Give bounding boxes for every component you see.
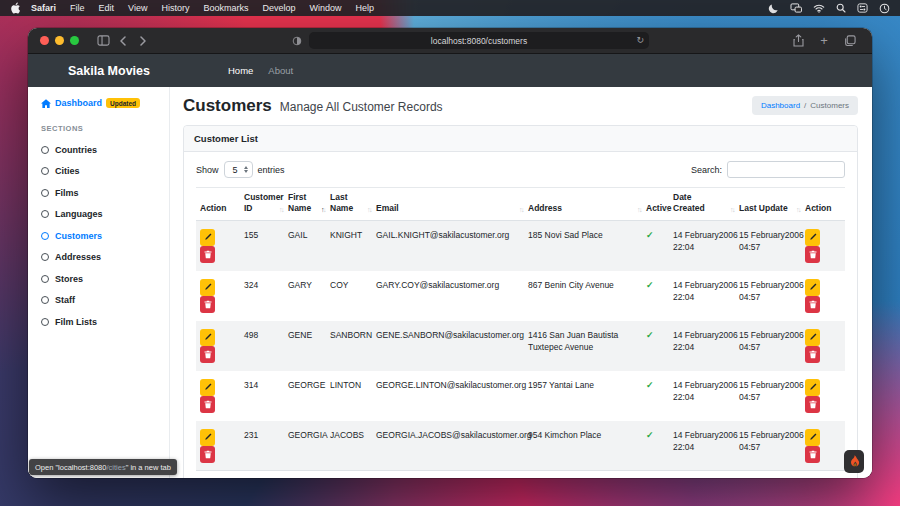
- column-header-date-created[interactable]: Date Created↑↓: [669, 188, 735, 221]
- new-tab-icon[interactable]: +: [814, 32, 834, 50]
- sort-icon: ↑↓: [730, 205, 734, 214]
- apple-logo-icon[interactable]: [10, 2, 20, 14]
- tab-overview-icon[interactable]: [840, 32, 860, 50]
- sections-heading: SECTIONS: [41, 124, 163, 133]
- first-name-cell: GEORGIA: [284, 421, 326, 471]
- close-window-button[interactable]: [40, 36, 49, 45]
- sidebar: Dashboard Updated SECTIONS CountriesCiti…: [28, 87, 170, 478]
- edit-button[interactable]: [200, 429, 215, 446]
- menu-develop[interactable]: Develop: [255, 3, 302, 13]
- minimize-window-button[interactable]: [55, 36, 64, 45]
- wifi-icon[interactable]: [813, 4, 825, 13]
- menu-help[interactable]: Help: [348, 3, 381, 13]
- last-name-cell: SANBORN: [326, 321, 372, 371]
- site-navbar: Sakila Movies HomeAbout: [28, 54, 872, 87]
- active-check-icon: ✓: [646, 230, 654, 240]
- column-header-active[interactable]: Active↑↓: [642, 188, 669, 221]
- column-header-first-name[interactable]: First Name↑↓: [284, 188, 326, 221]
- created-time: 22:04: [673, 291, 731, 303]
- edit-button[interactable]: [805, 229, 820, 246]
- forward-button[interactable]: [133, 32, 153, 50]
- sidebar-item-staff[interactable]: Staff: [41, 295, 163, 305]
- page-size-select[interactable]: 5: [224, 161, 253, 178]
- edit-button[interactable]: [805, 329, 820, 346]
- edit-button[interactable]: [200, 379, 215, 396]
- sort-down-arrow: ↓: [323, 206, 325, 213]
- sidebar-item-stores[interactable]: Stores: [41, 274, 163, 284]
- delete-button[interactable]: [805, 446, 820, 463]
- back-button[interactable]: [113, 32, 133, 50]
- reload-icon[interactable]: ↻: [636, 36, 644, 45]
- sidebar-item-cities[interactable]: Cities: [41, 166, 163, 176]
- codeigniter-flame-badge[interactable]: [844, 450, 864, 473]
- menu-window[interactable]: Window: [302, 3, 348, 13]
- nav-link-about[interactable]: About: [268, 65, 293, 76]
- table-row: 324GARYCOYGARY.COY@sakilacustomer.org867…: [196, 271, 845, 321]
- edit-button[interactable]: [805, 279, 820, 296]
- menu-bookmarks[interactable]: Bookmarks: [196, 3, 255, 13]
- table-header-row: ActionCustomer ID↑↓First Name↑↓Last Name…: [196, 188, 845, 221]
- edit-button[interactable]: [805, 379, 820, 396]
- nav-link-home[interactable]: Home: [228, 65, 253, 76]
- sidebar-item-label: Cities: [55, 166, 80, 176]
- sidebar-item-film-lists[interactable]: Film Lists: [41, 317, 163, 327]
- edit-button[interactable]: [200, 329, 215, 346]
- sidebar-item-customers[interactable]: Customers: [41, 231, 163, 241]
- edit-button[interactable]: [200, 229, 215, 246]
- circle-icon: [41, 189, 49, 197]
- delete-button[interactable]: [200, 346, 215, 363]
- delete-button[interactable]: [805, 346, 820, 363]
- column-header-customer-id[interactable]: Customer ID↑↓: [240, 188, 284, 221]
- control-center-icon[interactable]: [857, 3, 868, 13]
- moon-icon[interactable]: [768, 3, 779, 14]
- delete-button[interactable]: [805, 296, 820, 313]
- search-input[interactable]: [727, 161, 845, 178]
- site-brand[interactable]: Sakila Movies: [68, 64, 150, 78]
- sidebar-item-countries[interactable]: Countries: [41, 145, 163, 155]
- action-cell: [801, 421, 845, 471]
- share-icon[interactable]: [788, 32, 808, 50]
- column-header-email[interactable]: Email↑↓: [372, 188, 524, 221]
- updated-date: 15 February2006: [739, 279, 797, 291]
- delete-button[interactable]: [200, 446, 215, 463]
- sidebar-item-films[interactable]: Films: [41, 188, 163, 198]
- privacy-shield-icon[interactable]: [292, 36, 302, 46]
- active-cell: ✓: [642, 221, 669, 271]
- menu-safari[interactable]: Safari: [24, 3, 63, 13]
- delete-button[interactable]: [805, 396, 820, 413]
- sort-icon: ↑↓: [637, 205, 641, 214]
- zoom-window-button[interactable]: [70, 36, 79, 45]
- table-row: 498GENESANBORNGENE.SANBORN@sakilacustome…: [196, 321, 845, 371]
- safari-toolbar: localhost:8080/customers ↻ +: [28, 28, 872, 54]
- delete-button[interactable]: [200, 396, 215, 413]
- delete-button[interactable]: [805, 246, 820, 263]
- sidebar-item-addresses[interactable]: Addresses: [41, 252, 163, 262]
- page-header: Customers Manage All Customer Records Da…: [183, 93, 858, 125]
- sort-down-arrow: ↓: [521, 206, 523, 213]
- created-time: 22:04: [673, 241, 731, 253]
- display-mirroring-icon[interactable]: [790, 3, 802, 13]
- menu-file[interactable]: File: [63, 3, 92, 13]
- sort-icon: ↑↓: [664, 205, 668, 214]
- sort-icon: ↑↓: [279, 205, 283, 214]
- delete-button[interactable]: [200, 296, 215, 313]
- menu-edit[interactable]: Edit: [92, 3, 122, 13]
- menu-history[interactable]: History: [154, 3, 196, 13]
- sidebar-toggle-icon[interactable]: [93, 32, 113, 50]
- clock-icon[interactable]: [879, 3, 890, 14]
- spotlight-icon[interactable]: [836, 3, 846, 13]
- breadcrumb-dashboard-link[interactable]: Dashboard: [761, 101, 800, 110]
- column-header-last-update[interactable]: Last Update↑↓: [735, 188, 801, 221]
- delete-button[interactable]: [200, 246, 215, 263]
- column-header-address[interactable]: Address↑↓: [524, 188, 642, 221]
- edit-button[interactable]: [805, 429, 820, 446]
- menu-view[interactable]: View: [121, 3, 154, 13]
- edit-button[interactable]: [200, 279, 215, 296]
- column-label: Action: [805, 203, 831, 213]
- action-cell: [196, 371, 240, 421]
- column-header-last-name[interactable]: Last Name↑↓: [326, 188, 372, 221]
- sidebar-item-dashboard[interactable]: Dashboard Updated: [41, 98, 163, 108]
- sidebar-item-languages[interactable]: Languages: [41, 209, 163, 219]
- desktop: SafariFileEditViewHistoryBookmarksDevelo…: [0, 0, 900, 506]
- address-bar[interactable]: localhost:8080/customers ↻: [309, 32, 649, 49]
